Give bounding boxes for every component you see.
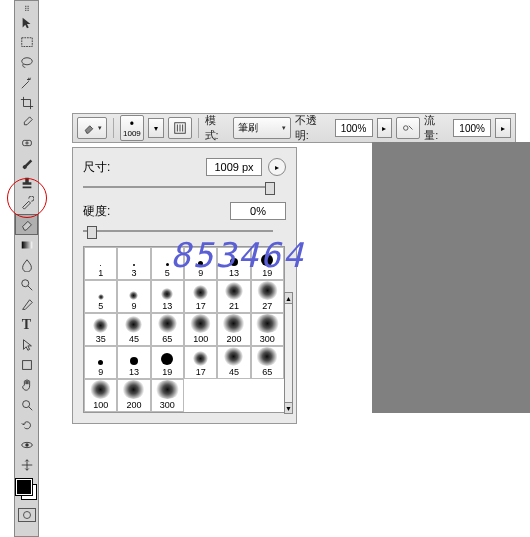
brush-preset[interactable]: 65 bbox=[251, 346, 284, 379]
palette-grip[interactable]: ⠿ bbox=[15, 5, 38, 13]
flow-label: 流量: bbox=[424, 113, 449, 143]
brush-preset[interactable]: 13 bbox=[217, 247, 250, 280]
brush-preset[interactable]: 35 bbox=[84, 313, 117, 346]
opacity-input[interactable] bbox=[335, 119, 373, 137]
size-input[interactable] bbox=[206, 158, 262, 176]
size-label: 尺寸: bbox=[83, 159, 123, 176]
brush-preset-picker[interactable]: • 1009 bbox=[120, 115, 144, 141]
options-bar: ▾ • 1009 ▾ 模式: 筆刷▾ 不透明: ▸ 流量: ▸ bbox=[72, 113, 516, 143]
brush-preset[interactable]: 45 bbox=[217, 346, 250, 379]
brush-preset[interactable]: 17 bbox=[184, 280, 217, 313]
mode-label: 模式: bbox=[205, 113, 230, 143]
tool-3d-pan[interactable] bbox=[16, 456, 37, 475]
size-slider[interactable] bbox=[83, 180, 273, 194]
mode-dropdown[interactable]: 筆刷▾ bbox=[233, 117, 290, 139]
tool-path-select[interactable] bbox=[16, 336, 37, 355]
hardness-label: 硬度: bbox=[83, 203, 123, 220]
svg-point-4 bbox=[21, 280, 28, 287]
tool-shape[interactable] bbox=[16, 356, 37, 375]
flow-input[interactable] bbox=[453, 119, 491, 137]
hardness-input[interactable] bbox=[230, 202, 286, 220]
workspace: ▾ • 1009 ▾ 模式: 筆刷▾ 不透明: ▸ 流量: ▸ 尺寸: bbox=[72, 113, 516, 413]
hardness-slider[interactable] bbox=[83, 224, 273, 238]
tool-wand[interactable] bbox=[16, 74, 37, 93]
brush-preset[interactable]: 300 bbox=[151, 379, 184, 412]
tools-palette: ⠿ T bbox=[14, 0, 39, 537]
color-swatches[interactable] bbox=[16, 479, 37, 500]
tool-hand[interactable] bbox=[16, 376, 37, 395]
brush-preset[interactable]: 100 bbox=[184, 313, 217, 346]
presets-scrollbar[interactable]: ▲ ▼ bbox=[284, 292, 293, 414]
brush-preset[interactable]: 19 bbox=[251, 247, 284, 280]
svg-rect-0 bbox=[21, 38, 32, 47]
tool-zoom[interactable] bbox=[16, 396, 37, 415]
tool-brush[interactable] bbox=[16, 154, 37, 173]
brush-preset[interactable]: 19 bbox=[151, 346, 184, 379]
brush-preset[interactable]: 17 bbox=[184, 346, 217, 379]
brush-preset[interactable]: 13 bbox=[151, 280, 184, 313]
brush-preset[interactable]: 9 bbox=[84, 346, 117, 379]
canvas[interactable] bbox=[372, 142, 530, 413]
brush-preset[interactable]: 27 bbox=[251, 280, 284, 313]
opacity-arrow[interactable]: ▸ bbox=[377, 118, 393, 138]
brush-preset[interactable]: 300 bbox=[251, 313, 284, 346]
tool-heal[interactable] bbox=[16, 134, 37, 153]
svg-point-8 bbox=[25, 443, 29, 447]
tool-eraser[interactable] bbox=[15, 214, 38, 235]
brush-preset[interactable]: 3 bbox=[117, 247, 150, 280]
tool-stamp[interactable] bbox=[16, 174, 37, 193]
tool-lasso[interactable] bbox=[16, 54, 37, 73]
tablet-pressure-opacity[interactable] bbox=[396, 117, 420, 139]
quickmask-toggle[interactable] bbox=[16, 506, 37, 524]
tool-pen[interactable] bbox=[16, 296, 37, 315]
foreground-color-swatch[interactable] bbox=[16, 479, 32, 495]
tool-eyedropper[interactable] bbox=[16, 114, 37, 133]
tool-dodge[interactable] bbox=[16, 276, 37, 295]
brush-preset[interactable]: 9 bbox=[184, 247, 217, 280]
tool-crop[interactable] bbox=[16, 94, 37, 113]
tool-blur[interactable] bbox=[16, 256, 37, 275]
tool-gradient[interactable] bbox=[16, 236, 37, 255]
brush-preset[interactable]: 5 bbox=[151, 247, 184, 280]
tool-type[interactable]: T bbox=[16, 316, 37, 335]
panel-flyout-icon[interactable]: ▸ bbox=[268, 158, 286, 176]
tool-preset-picker[interactable]: ▾ bbox=[77, 117, 107, 139]
brush-preset[interactable]: 200 bbox=[117, 379, 150, 412]
tool-3d-orbit[interactable] bbox=[16, 436, 37, 455]
brush-preset[interactable]: 45 bbox=[117, 313, 150, 346]
tool-history-brush[interactable] bbox=[16, 194, 37, 213]
brush-preset-arrow[interactable]: ▾ bbox=[148, 118, 164, 138]
brush-preset[interactable]: 1 bbox=[84, 247, 117, 280]
svg-point-10 bbox=[404, 126, 409, 131]
brush-preset[interactable]: 200 bbox=[217, 313, 250, 346]
brush-preset[interactable]: 21 bbox=[217, 280, 250, 313]
brush-preset[interactable]: 13 bbox=[117, 346, 150, 379]
brush-preset[interactable]: 65 bbox=[151, 313, 184, 346]
tool-move[interactable] bbox=[16, 14, 37, 33]
svg-point-6 bbox=[22, 401, 29, 408]
brush-preset[interactable]: 5 bbox=[84, 280, 117, 313]
svg-rect-5 bbox=[22, 361, 31, 370]
flow-arrow[interactable]: ▸ bbox=[495, 118, 511, 138]
tool-marquee[interactable] bbox=[16, 34, 37, 53]
brush-panel-toggle[interactable] bbox=[168, 117, 192, 139]
scroll-up-icon[interactable]: ▲ bbox=[284, 292, 293, 304]
brush-preset-panel: 尺寸: ▸ 硬度: 135913195913172127354565100200… bbox=[72, 147, 297, 424]
tool-rotate[interactable] bbox=[16, 416, 37, 435]
brush-preset[interactable]: 100 bbox=[84, 379, 117, 412]
brush-presets-grid: 1359131959131721273545651002003009131917… bbox=[83, 246, 285, 413]
svg-rect-3 bbox=[21, 242, 32, 249]
brush-preset[interactable]: 9 bbox=[117, 280, 150, 313]
scroll-down-icon[interactable]: ▼ bbox=[284, 402, 293, 414]
opacity-label: 不透明: bbox=[295, 113, 331, 143]
